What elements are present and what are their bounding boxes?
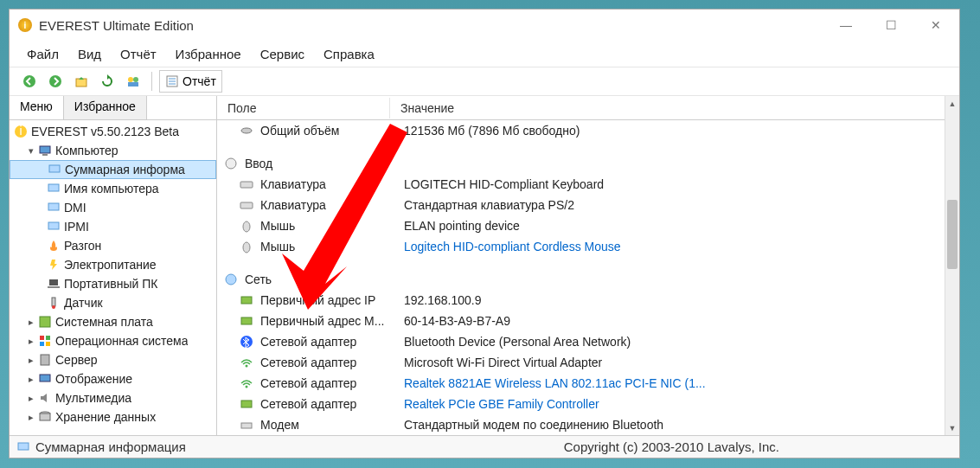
scroll-up-icon[interactable]: ▲	[945, 96, 959, 111]
list-row[interactable]: Первичный адрес М...60-14-B3-A9-B7-A9	[217, 311, 959, 331]
tree-computer-name[interactable]: Имя компьютера	[10, 179, 216, 198]
tree-motherboard[interactable]: ▸ Системная плата	[10, 312, 216, 331]
titlebar: i EVEREST Ultimate Edition — ☐ ✕	[10, 10, 959, 41]
list-row[interactable]: КлавиатураLOGITECH HID-Compliant Keyboar…	[217, 174, 959, 195]
expand-icon[interactable]: ▸	[25, 336, 37, 347]
tab-favorites[interactable]: Избранное	[64, 96, 147, 119]
menu-help[interactable]: Справка	[315, 43, 383, 65]
tree-root[interactable]: i EVEREST v5.50.2123 Beta	[10, 122, 216, 141]
list-row[interactable]: Сетевой адаптерRealtek PCIe GBE Family C…	[217, 394, 959, 414]
list-row[interactable]: Сеть	[217, 269, 959, 290]
row-field: Модем	[260, 418, 404, 432]
windows-icon	[37, 334, 53, 348]
svg-rect-14	[49, 165, 60, 172]
tree-portable[interactable]: Портативный ПК	[10, 274, 216, 293]
svg-point-42	[246, 386, 248, 388]
tree-ipmi[interactable]: IPMI	[10, 217, 216, 236]
tree-os[interactable]: ▸ Операционная система	[10, 331, 216, 350]
back-button[interactable]	[18, 70, 41, 93]
minimize-button[interactable]: —	[831, 14, 861, 36]
ipmi-icon	[46, 220, 61, 234]
menubar: Файл Вид Отчёт Избранное Сервис Справка	[10, 41, 959, 67]
svg-rect-43	[241, 401, 252, 407]
separator-icon	[151, 72, 152, 91]
tree-computer[interactable]: ▾ Компьютер	[10, 141, 216, 160]
tree-storage[interactable]: ▸ Хранение данных	[10, 407, 216, 426]
expand-icon[interactable]: ▸	[25, 355, 37, 366]
svg-point-31	[241, 128, 252, 133]
expand-icon[interactable]: ▸	[25, 374, 37, 385]
list-row[interactable]: Сетевой адаптерMicrosoft Wi-Fi Direct Vi…	[217, 352, 959, 373]
row-value[interactable]: Logitech HID-compliant Cordless Mouse	[404, 240, 959, 253]
col-field[interactable]: Поле	[217, 98, 390, 119]
sensor-icon	[46, 296, 61, 310]
report-icon	[165, 74, 179, 88]
svg-rect-24	[46, 336, 50, 340]
svg-rect-39	[241, 317, 252, 324]
svg-rect-19	[48, 286, 60, 288]
menu-service[interactable]: Сервис	[252, 43, 313, 65]
tab-menu[interactable]: Меню	[10, 96, 64, 119]
svg-point-0	[23, 75, 35, 87]
refresh-button[interactable]	[96, 70, 118, 93]
row-value: Стандартный модем по соединению Bluetoot…	[404, 418, 959, 432]
row-value[interactable]: Realtek PCIe GBE Family Controller	[404, 397, 959, 411]
menu-view[interactable]: Вид	[69, 43, 110, 65]
svg-point-21	[52, 305, 55, 309]
list-body: Общий объём121536 Мб (7896 Мб свободно)В…	[217, 120, 959, 435]
dmi-icon	[46, 201, 61, 215]
scrollbar[interactable]: ▲ ▼	[945, 96, 959, 435]
everest-icon: i	[13, 125, 29, 138]
tree-multimedia[interactable]: ▸ Мультимедиа	[10, 388, 216, 407]
scroll-down-icon[interactable]: ▼	[945, 420, 959, 435]
list-row[interactable]: МышьELAN pointing device	[217, 215, 959, 236]
users-button[interactable]	[122, 70, 144, 93]
tree-server[interactable]: ▸ Сервер	[10, 350, 216, 369]
row-field: Мышь	[260, 240, 404, 253]
menu-file[interactable]: Файл	[18, 43, 67, 65]
row-field: Сетевой адаптер	[260, 356, 404, 369]
up-button[interactable]	[70, 70, 93, 93]
row-value: Microsoft Wi-Fi Direct Virtual Adapter	[404, 356, 959, 369]
expand-icon[interactable]: ▸	[25, 317, 37, 328]
menu-report[interactable]: Отчёт	[112, 43, 165, 65]
list-row[interactable]: КлавиатураСтандартная клавиатура PS/2	[217, 195, 959, 215]
list-row[interactable]: МодемСтандартный модем по соединению Blu…	[217, 414, 959, 435]
svg-rect-27	[41, 355, 49, 365]
tree-sensor[interactable]: Датчик	[10, 293, 216, 312]
tree-display[interactable]: ▸ Отображение	[10, 369, 216, 388]
row-value: Стандартная клавиатура PS/2	[404, 198, 959, 212]
mouse-icon	[238, 240, 255, 253]
list-row[interactable]: Сетевой адаптерBluetooth Device (Persona…	[217, 331, 959, 352]
tree-dmi[interactable]: DMI	[10, 198, 216, 217]
list-row[interactable]: Ввод	[217, 153, 959, 174]
report-button[interactable]: Отчёт	[159, 70, 222, 93]
statusbar: Суммарная информация Copyright (c) 2003-…	[10, 435, 959, 458]
menu-favorites[interactable]: Избранное	[167, 43, 250, 65]
expand-icon[interactable]: ▸	[25, 393, 37, 404]
speaker-icon	[37, 391, 53, 405]
svg-rect-33	[240, 182, 253, 188]
list-row[interactable]: МышьLogitech HID-compliant Cordless Mous…	[217, 236, 959, 257]
row-value: 121536 Мб (7896 Мб свободно)	[404, 124, 959, 138]
tree-summary[interactable]: Суммарная информа	[10, 160, 216, 179]
list-row[interactable]: Сетевой адаптерRealtek 8821AE Wireless L…	[217, 373, 959, 394]
forward-button[interactable]	[44, 70, 67, 93]
svg-rect-20	[52, 298, 55, 306]
tree-overclock[interactable]: Разгон	[10, 236, 216, 255]
scroll-thumb[interactable]	[947, 200, 958, 269]
close-button[interactable]: ✕	[921, 14, 951, 36]
row-field: Мышь	[260, 219, 404, 233]
svg-rect-13	[42, 154, 48, 156]
col-value[interactable]: Значение	[390, 98, 959, 119]
row-value[interactable]: Realtek 8821AE Wireless LAN 802.11ac PCI…	[404, 376, 959, 390]
list-row[interactable]: Первичный адрес IP192.168.100.9	[217, 290, 959, 311]
status-icon	[16, 440, 30, 454]
main-panel: Поле Значение Общий объём121536 Мб (7896…	[217, 96, 959, 435]
tree-power[interactable]: Электропитание	[10, 255, 216, 274]
list-row[interactable]: Общий объём121536 Мб (7896 Мб свободно)	[217, 120, 959, 141]
maximize-button[interactable]: ☐	[876, 14, 906, 36]
expand-icon[interactable]: ▸	[25, 412, 37, 423]
disk-icon	[238, 124, 255, 138]
collapse-icon[interactable]: ▾	[25, 145, 37, 157]
